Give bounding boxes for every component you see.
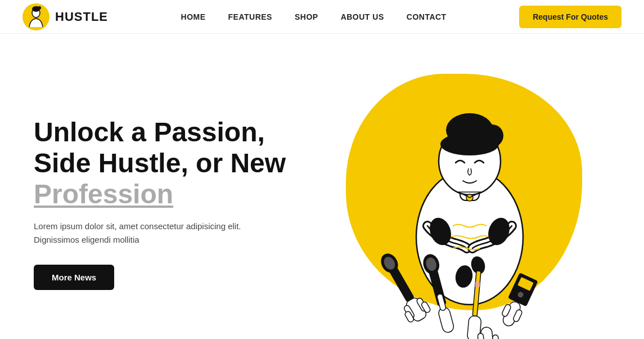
hero-section: Unlock a Passion, Side Hustle, or New Pr… — [0, 34, 644, 339]
nav-contact[interactable]: CONTACT — [407, 12, 447, 21]
svg-point-3 — [38, 6, 41, 10]
more-news-button[interactable]: More News — [34, 265, 114, 290]
logo-area: HUSTLE — [22, 3, 108, 30]
hero-heading: Unlock a Passion, Side Hustle, or New Pr… — [34, 117, 286, 210]
svg-point-9 — [440, 133, 499, 155]
logo-text: HUSTLE — [55, 10, 108, 24]
hero-desc-line1: Lorem ipsum dolor sit, amet consectetur … — [34, 221, 241, 231]
hero-heading-line2: Side Hustle, or New — [34, 148, 286, 178]
nav-about[interactable]: ABOUT US — [341, 12, 384, 21]
nav-features[interactable]: FEATURES — [228, 12, 272, 21]
nav-shop[interactable]: SHOP — [295, 12, 318, 21]
hero-description: Lorem ipsum dolor sit, amet consectetur … — [34, 220, 286, 247]
request-quotes-button[interactable]: Request For Quotes — [519, 6, 622, 28]
header: HUSTLE HOME FEATURES SHOP ABOUT US CONTA… — [0, 0, 644, 34]
svg-rect-43 — [492, 334, 499, 339]
hero-illustration — [329, 57, 610, 339]
svg-rect-29 — [438, 306, 455, 334]
hero-heading-profession: Profession — [34, 179, 173, 209]
main-nav: HOME FEATURES SHOP ABOUT US CONTACT — [181, 12, 447, 21]
hero-heading-line1: Unlock a Passion, — [34, 117, 265, 147]
svg-rect-34 — [475, 282, 480, 287]
nav-home[interactable]: HOME — [181, 12, 206, 21]
hero-desc-line2: Dignissimos eligendi mollitia — [34, 235, 139, 244]
hero-svg — [340, 63, 599, 339]
logo-icon — [22, 3, 49, 30]
hero-content: Unlock a Passion, Side Hustle, or New Pr… — [34, 117, 286, 291]
